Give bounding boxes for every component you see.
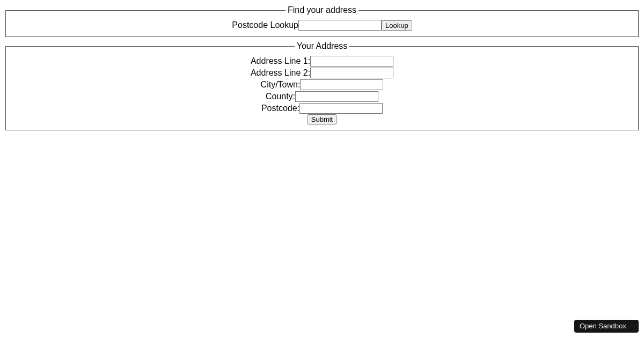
postcode-lookup-row: Postcode Lookup Lookup <box>11 19 633 31</box>
address-line-1-row: Address Line 1: <box>11 55 633 67</box>
open-sandbox-button[interactable]: Open Sandbox <box>574 320 639 333</box>
lookup-button[interactable]: Lookup <box>382 20 412 31</box>
your-address-legend: Your Address <box>295 41 350 51</box>
submit-button[interactable]: Submit <box>308 114 336 124</box>
address-line-2-input[interactable] <box>310 68 393 78</box>
postcode-input[interactable] <box>299 103 383 114</box>
find-address-legend: Find your address <box>286 5 358 15</box>
city-town-row: City/Town: <box>11 79 633 91</box>
city-town-input[interactable] <box>300 79 383 90</box>
address-line-1-input[interactable] <box>310 56 393 67</box>
postcode-lookup-label: Postcode Lookup <box>232 19 298 31</box>
submit-row: Submit <box>11 114 633 124</box>
county-row: County: <box>11 91 633 102</box>
your-address-fieldset: Your Address Address Line 1: Address Lin… <box>5 41 639 130</box>
postcode-row: Postcode: <box>11 102 633 114</box>
county-label: County: <box>266 91 295 102</box>
address-form: Find your address Postcode Lookup Lookup… <box>5 5 639 130</box>
address-line-1-label: Address Line 1: <box>251 55 310 67</box>
city-town-label: City/Town: <box>261 79 301 91</box>
postcode-label: Postcode: <box>261 102 299 114</box>
find-address-fieldset: Find your address Postcode Lookup Lookup <box>5 5 639 37</box>
county-input[interactable] <box>295 91 378 102</box>
address-line-2-row: Address Line 2: <box>11 67 633 79</box>
address-line-2-label: Address Line 2: <box>251 67 310 79</box>
postcode-lookup-input[interactable] <box>298 20 382 31</box>
